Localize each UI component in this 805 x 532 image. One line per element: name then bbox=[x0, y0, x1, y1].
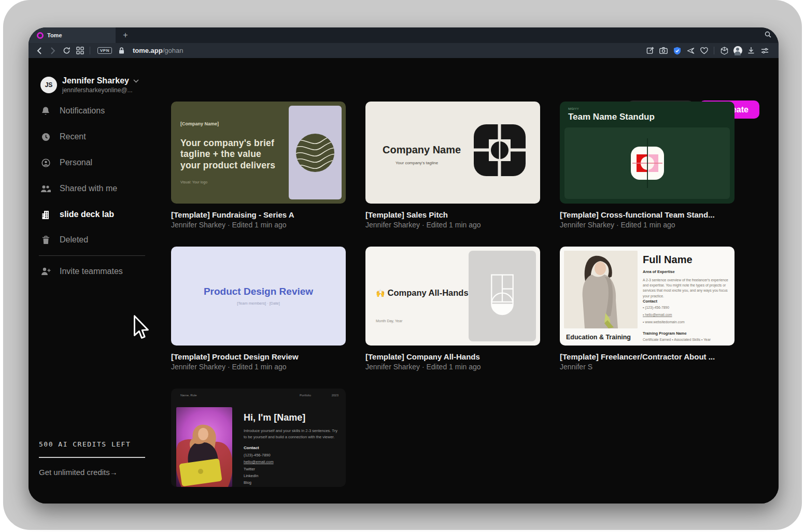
thumb-date: Month Day, Year bbox=[376, 319, 402, 323]
geometric-logo-icon bbox=[474, 124, 526, 176]
sidebar-item-personal[interactable]: Personal bbox=[40, 153, 152, 172]
deck-thumbnail-team-standup[interactable]: M/D/YY Team Name Standup bbox=[560, 102, 735, 204]
deck-title[interactable]: [Template] Product Design Review bbox=[171, 352, 346, 361]
apps-grid-icon[interactable] bbox=[73, 46, 87, 56]
thumb-program-label: Training Program Name bbox=[643, 331, 687, 336]
trash-icon bbox=[40, 236, 51, 245]
invite-teammates-button[interactable]: Invite teammates bbox=[40, 262, 152, 281]
sidebar-item-label: Notifications bbox=[60, 106, 105, 116]
download-icon[interactable] bbox=[744, 46, 758, 56]
ai-credits-label: 500 AI CREDITS LEFT bbox=[39, 440, 131, 448]
back-icon[interactable] bbox=[33, 46, 46, 56]
thumb-contact-label: Contact bbox=[643, 299, 657, 304]
browser-tab-tome[interactable]: Tome bbox=[29, 27, 116, 43]
thumb-meta-name-role: Name, Role bbox=[180, 394, 197, 397]
wavy-circle-logo-icon bbox=[295, 133, 335, 172]
ai-credits-bar bbox=[39, 457, 145, 458]
deck-title[interactable]: [Template] Fundraising - Series A bbox=[171, 210, 346, 219]
deck-thumbnail-portfolio[interactable]: Name, Role Portfolio 2023 Hi, I'm [Name]… bbox=[171, 389, 346, 487]
thumb-website: www.websitedomain.com bbox=[643, 320, 685, 324]
thumb-linkedin-link: LinkedIn bbox=[244, 473, 258, 478]
cube-icon[interactable] bbox=[717, 46, 731, 56]
deck-thumbnail-all-hands[interactable]: 🙌Company All-Hands Month Day, Year bbox=[365, 247, 540, 346]
deck-byline: Jennifer Sharkey · Edited 1 min ago bbox=[171, 221, 346, 229]
deck-byline: Jennifer Sharkey · Edited 1 min ago bbox=[365, 221, 540, 229]
sidebar-item-shared[interactable]: Shared with me bbox=[40, 179, 152, 198]
user-email: jennifersharkeyonline@... bbox=[62, 87, 139, 94]
invite-teammates-label: Invite teammates bbox=[60, 267, 123, 276]
deck-thumbnail-sales-pitch[interactable]: Company Name Your company's tagline bbox=[365, 102, 540, 204]
thumb-intro: Introduce yourself and your skills in 2-… bbox=[244, 428, 338, 440]
thumb-heading: Product Design Review bbox=[171, 286, 346, 297]
bell-icon bbox=[40, 106, 51, 116]
building-icon bbox=[40, 210, 51, 219]
lock-icon bbox=[115, 46, 129, 56]
get-credits-link[interactable]: Get unlimited credits→ bbox=[39, 468, 118, 477]
thumb-phone: (123)-456-7890 bbox=[643, 306, 669, 309]
deck-title[interactable]: [Template] Sales Pitch bbox=[365, 210, 540, 219]
thumb-full-name: Full Name bbox=[643, 254, 693, 266]
sidebar-item-deleted[interactable]: Deleted bbox=[40, 231, 152, 249]
thumb-logo-panel bbox=[289, 106, 342, 199]
deck-thumbnail-design-review[interactable]: Product Design Review [Team members] · [… bbox=[171, 247, 346, 346]
settings-sliders-icon[interactable] bbox=[758, 46, 771, 56]
thumb-heading: Company All-Hands bbox=[387, 288, 468, 297]
new-tab-button[interactable]: + bbox=[120, 30, 131, 41]
sidebar-item-label: Shared with me bbox=[60, 184, 117, 193]
tab-title: Tome bbox=[47, 32, 62, 38]
deck-byline: Jennifer Sharkey · Edited 1 min ago bbox=[365, 363, 540, 371]
thumb-glyph-panel bbox=[469, 251, 536, 341]
sidebar-item-label: Recent bbox=[60, 132, 86, 141]
arrow-right-icon: → bbox=[110, 468, 118, 477]
thumb-overview: A 2-3 sentence overview of the freelance… bbox=[643, 278, 730, 299]
deck-thumbnail-freelancer-about[interactable]: Education & Training Full Name Area of E… bbox=[560, 247, 735, 346]
url-bar[interactable]: tome.app/gohan bbox=[133, 47, 183, 54]
user-avatar: JS bbox=[40, 77, 57, 93]
profile-avatar-icon[interactable] bbox=[731, 46, 744, 56]
raised-hands-emoji-icon: 🙌 bbox=[376, 289, 385, 297]
sidebar-item-label: slide deck lab bbox=[60, 210, 114, 219]
people-icon bbox=[40, 185, 51, 193]
thumb-expertise-label: Area of Expertise bbox=[643, 269, 675, 274]
thumb-headline: Your company's brief tagline + the value… bbox=[180, 138, 283, 171]
person-circle-icon bbox=[40, 159, 51, 167]
thumb-cert: Certificate Earned • Associated Skills •… bbox=[643, 338, 711, 341]
thumb-email-link: hello@email.com bbox=[643, 313, 672, 317]
compose-icon[interactable] bbox=[643, 46, 657, 56]
toolbar-divider bbox=[90, 47, 90, 54]
url-domain: tome.app bbox=[133, 47, 163, 54]
person-plus-icon bbox=[40, 267, 51, 276]
thumb-heading: Hi, I'm [Name] bbox=[244, 412, 305, 423]
chevron-down-icon bbox=[133, 79, 139, 83]
abstract-mouse-glyph-icon bbox=[484, 271, 521, 321]
sidebar-item-slide-deck-lab[interactable]: slide deck lab bbox=[40, 205, 152, 224]
sidebar-item-notifications[interactable]: Notifications bbox=[40, 102, 152, 120]
thumb-contact-label: Contact bbox=[244, 445, 259, 450]
send-icon[interactable] bbox=[684, 46, 697, 56]
sidebar-item-label: Deleted bbox=[60, 235, 88, 245]
portfolio-photo bbox=[176, 407, 232, 487]
camera-icon[interactable] bbox=[657, 46, 670, 56]
thumb-email-link: hello@email.com bbox=[244, 459, 274, 464]
deck-title[interactable]: [Template] Cross-functional Team Stand..… bbox=[560, 210, 735, 219]
reload-icon[interactable] bbox=[60, 46, 73, 56]
forward-icon[interactable] bbox=[46, 46, 60, 56]
thumb-subtitle: [Team members] · [Date] bbox=[171, 301, 346, 306]
deck-byline: Jennifer Sharkey · Edited 1 min ago bbox=[171, 363, 346, 371]
thumb-phone: (123)-456-7890 bbox=[244, 453, 271, 457]
thumb-blog-link: Blog bbox=[244, 480, 251, 485]
thumb-company: Company Name bbox=[383, 144, 461, 156]
deck-title[interactable]: [Template] Freelancer/Contractor About .… bbox=[560, 352, 735, 361]
vpn-badge[interactable]: VPN bbox=[97, 47, 112, 54]
deck-byline: Jennifer S bbox=[560, 363, 735, 371]
deck-title[interactable]: [Template] Company All-Hands bbox=[365, 352, 540, 361]
search-icon[interactable] bbox=[765, 31, 771, 38]
heart-icon[interactable] bbox=[697, 46, 711, 56]
sidebar-item-recent[interactable]: Recent bbox=[40, 127, 152, 146]
workspace-switcher[interactable]: JS Jennifer Sharkey jennifersharkeyonlin… bbox=[40, 76, 139, 94]
url-path: /gohan bbox=[163, 47, 183, 54]
freelancer-photo bbox=[564, 251, 638, 328]
shield-check-icon[interactable] bbox=[670, 46, 684, 56]
clock-icon bbox=[40, 133, 51, 141]
deck-thumbnail-fundraising[interactable]: [Company Name] Your company's brief tagl… bbox=[171, 102, 346, 204]
